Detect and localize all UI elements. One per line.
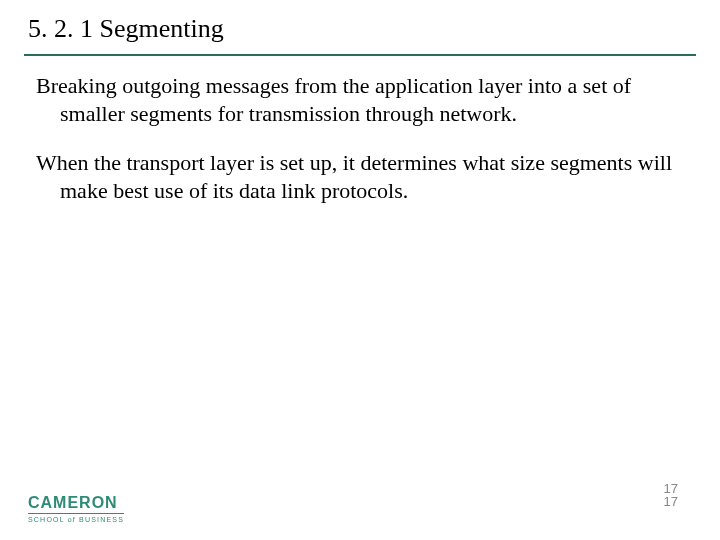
cameron-logo: CAMERON SCHOOL of BUSINESS xyxy=(28,495,124,523)
logo-text-bottom: SCHOOL of BUSINESS xyxy=(28,513,124,523)
slide-body: Breaking outgoing messages from the appl… xyxy=(24,72,696,204)
page-number-b: 17 xyxy=(664,495,678,508)
slide-footer: CAMERON SCHOOL of BUSINESS 17 17 xyxy=(0,495,720,526)
logo-text-top: CAMERON xyxy=(28,495,124,511)
page-number: 17 17 xyxy=(664,482,678,508)
paragraph-1: Breaking outgoing messages from the appl… xyxy=(36,72,684,127)
title-divider xyxy=(24,54,696,56)
paragraph-2: When the transport layer is set up, it d… xyxy=(36,149,684,204)
slide-title: 5. 2. 1 Segmenting xyxy=(24,14,696,44)
